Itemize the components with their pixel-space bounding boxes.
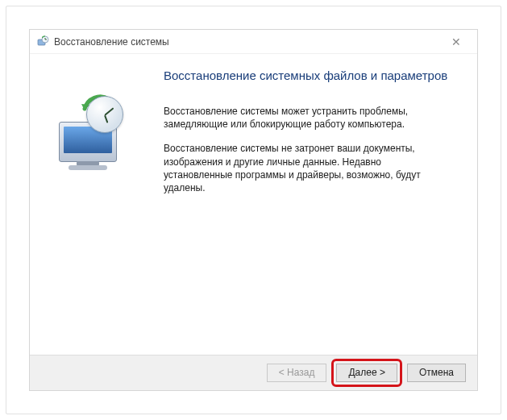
- next-button-highlight: Далее >: [331, 359, 402, 387]
- side-illustration: [44, 69, 157, 348]
- back-button: < Назад: [267, 364, 327, 382]
- wizard-footer: < Назад Далее > Отмена: [30, 355, 477, 390]
- description-1: Восстановление системы может устранить п…: [164, 105, 446, 131]
- screenshot-frame: Восстановление системы ✕ Восстановление …: [6, 6, 501, 414]
- next-button[interactable]: Далее >: [336, 364, 397, 382]
- main-text: Восстановление системных файлов и параме…: [157, 69, 458, 348]
- window-title: Восстановление системы: [54, 36, 442, 48]
- system-restore-icon: [36, 35, 49, 48]
- content-area: Восстановление системных файлов и параме…: [30, 54, 477, 355]
- wizard-window: Восстановление системы ✕ Восстановление …: [29, 29, 478, 391]
- cancel-button[interactable]: Отмена: [407, 364, 466, 382]
- close-icon[interactable]: ✕: [442, 35, 471, 48]
- page-heading: Восстановление системных файлов и параме…: [164, 69, 458, 82]
- description-2: Восстановление системы не затронет ваши …: [164, 142, 446, 194]
- restore-illustration-icon: [44, 94, 133, 175]
- titlebar: Восстановление системы ✕: [30, 30, 477, 54]
